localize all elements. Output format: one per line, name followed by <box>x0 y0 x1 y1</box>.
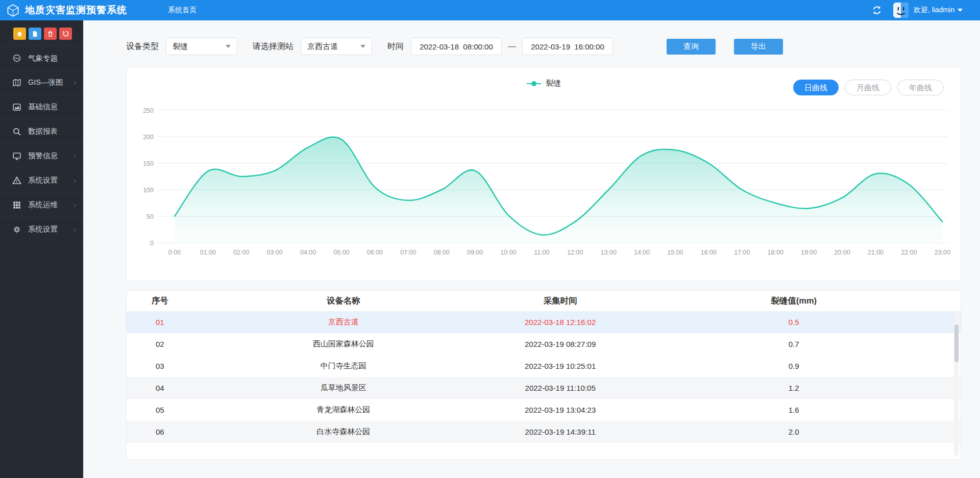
x-axis-label: 08:00 <box>434 249 450 256</box>
station-select[interactable]: 京西古道 <box>301 38 372 55</box>
tab-year-curve[interactable]: 年曲线 <box>897 80 944 95</box>
chevron-down-icon[interactable] <box>958 9 963 12</box>
x-axis-label: 07:00 <box>400 249 416 256</box>
welcome-text[interactable]: 欢迎, liadmin <box>914 6 954 15</box>
quick-file-button[interactable] <box>29 28 41 40</box>
device-name-cell: 白水寺森林公园 <box>193 421 494 443</box>
device-type-select[interactable]: 裂缝 <box>166 38 237 55</box>
device-name-cell: 西山国家森林公园 <box>193 333 494 355</box>
time-label: 时间 <box>387 41 404 52</box>
chevron-right-icon: › <box>74 225 76 234</box>
chart-card: 裂缝 日曲线 月曲线 年曲线 0501001502002500:0001:000… <box>126 67 961 281</box>
x-axis-label: 06:00 <box>367 249 383 256</box>
chevron-right-icon: › <box>74 177 76 185</box>
column-header-no: 序号 <box>127 291 193 311</box>
quick-trash-button[interactable] <box>44 28 57 40</box>
file-icon <box>32 31 38 37</box>
crack-value-cell: 1.6 <box>627 399 961 421</box>
table-row[interactable]: 02西山国家森林公园2022-03-19 08:27:090.7 <box>127 333 961 355</box>
y-axis-label: 0 <box>150 240 154 247</box>
chevron-right-icon: › <box>74 152 76 160</box>
x-axis-label: 04:00 <box>300 249 316 256</box>
x-axis-label: 21:00 <box>868 249 884 256</box>
app-logo-icon <box>6 4 20 17</box>
device-type-value: 裂缝 <box>173 42 188 52</box>
data-table-card: 序号 设备名称 采集时间 裂缝值(mm) 01京西古道2022-03-18 12… <box>126 290 961 460</box>
sidebar-item-label: 预警信息 <box>28 151 58 161</box>
sidebar-item-warning[interactable]: 系统设置› <box>0 168 83 193</box>
avatar[interactable] <box>893 3 909 18</box>
crack-value-cell: 0.5 <box>627 311 961 333</box>
row-no-cell: 01 <box>127 311 193 333</box>
column-header-value: 裂缝值(mm) <box>627 291 961 311</box>
chevron-right-icon: › <box>74 201 76 209</box>
x-axis-label: 14:00 <box>634 249 650 256</box>
table-row[interactable]: 05青龙湖森林公园2022-03-19 13:04:231.6 <box>127 399 961 421</box>
tab-day-curve[interactable]: 日曲线 <box>793 80 839 95</box>
tab-month-curve[interactable]: 月曲线 <box>845 80 891 95</box>
sidebar-item-search[interactable]: 数据报表 <box>0 119 83 144</box>
x-axis-label: 03:00 <box>267 249 283 256</box>
table-row[interactable]: 03中门寺生态园2022-03-19 10:25:010.9 <box>127 355 961 377</box>
station-value: 京西古道 <box>307 42 338 52</box>
table-scrollbar-thumb[interactable] <box>954 324 959 362</box>
time-start-input[interactable] <box>411 38 502 55</box>
refresh-icon[interactable] <box>872 5 882 15</box>
x-axis-label: 16:00 <box>701 249 717 256</box>
page-title: 地质灾害监测预警系统 <box>25 4 127 17</box>
legend-marker <box>526 81 542 87</box>
collect-time-cell: 2022-03-19 10:25:01 <box>494 355 627 377</box>
row-no-cell: 06 <box>127 421 193 443</box>
quick-home-button[interactable] <box>13 28 26 40</box>
table-row[interactable]: 04瓜草地风景区2022-03-19 11:10:051.2 <box>127 377 961 399</box>
collect-time-cell: 2022-03-19 08:27:09 <box>494 333 627 355</box>
x-axis-label: 09:00 <box>467 249 483 256</box>
legend-label: 裂缝 <box>546 79 561 88</box>
x-axis-label: 15:00 <box>667 249 683 256</box>
time-range-separator: — <box>508 42 516 51</box>
export-button[interactable]: 导出 <box>734 39 783 55</box>
sidebar: 气象专题GIS—张图›基础信息数据报表预警信息›系统设置›系统运维›系统设置› <box>0 20 83 478</box>
nav-tab-home[interactable]: 系统首页 <box>168 6 197 15</box>
map-icon <box>12 78 21 87</box>
sidebar-item-map[interactable]: GIS—张图› <box>0 70 83 95</box>
recycle-icon <box>62 30 69 37</box>
gear-icon <box>12 225 21 234</box>
sidebar-item-monitor[interactable]: 预警信息› <box>0 144 83 168</box>
legend-item[interactable]: 裂缝 <box>526 79 561 88</box>
x-axis-label: 05:00 <box>333 249 349 256</box>
sidebar-item-grid[interactable]: 系统运维› <box>0 193 83 217</box>
table-row[interactable]: 06白水寺森林公园2022-03-19 14:39:112.0 <box>127 421 961 443</box>
sidebar-item-label: 系统运维 <box>28 200 58 210</box>
sidebar-item-weather[interactable]: 气象专题 <box>0 46 83 70</box>
weather-icon <box>12 54 21 63</box>
chevron-right-icon: › <box>74 79 76 87</box>
table-row[interactable]: 01京西古道2022-03-18 12:16:020.5 <box>127 311 961 333</box>
crack-value-cell: 2.0 <box>627 421 961 443</box>
x-axis-label: 10:00 <box>500 249 516 256</box>
x-axis-label: 12:00 <box>567 249 583 256</box>
quick-recycle-button[interactable] <box>59 28 72 40</box>
table-scrollbar[interactable] <box>954 312 959 456</box>
query-button[interactable]: 查询 <box>667 39 716 55</box>
sidebar-item-label: 系统设置 <box>28 224 58 234</box>
row-no-cell: 05 <box>127 399 193 421</box>
sidebar-item-gear[interactable]: 系统设置› <box>0 217 83 242</box>
sidebar-item-label: 气象专题 <box>28 54 58 63</box>
sidebar-item-chart[interactable]: 基础信息 <box>0 95 83 119</box>
x-axis-label: 02:00 <box>233 249 249 256</box>
x-axis-label: 18:00 <box>768 249 783 256</box>
y-axis-label: 250 <box>143 107 154 114</box>
station-label: 请选择测站 <box>253 41 293 52</box>
monitor-icon <box>12 152 21 161</box>
time-end-input[interactable] <box>522 38 613 55</box>
device-name-cell: 中门寺生态园 <box>193 355 494 377</box>
column-header-name: 设备名称 <box>193 291 494 311</box>
y-axis-label: 100 <box>143 187 154 194</box>
sidebar-quick-buttons <box>0 20 83 46</box>
chevron-down-icon <box>360 45 365 48</box>
data-table: 序号 设备名称 采集时间 裂缝值(mm) 01京西古道2022-03-18 12… <box>127 291 961 443</box>
x-axis-label: 01:00 <box>200 249 216 256</box>
x-axis-label: 23:00 <box>935 249 950 256</box>
device-name-cell: 瓜草地风景区 <box>193 377 494 399</box>
